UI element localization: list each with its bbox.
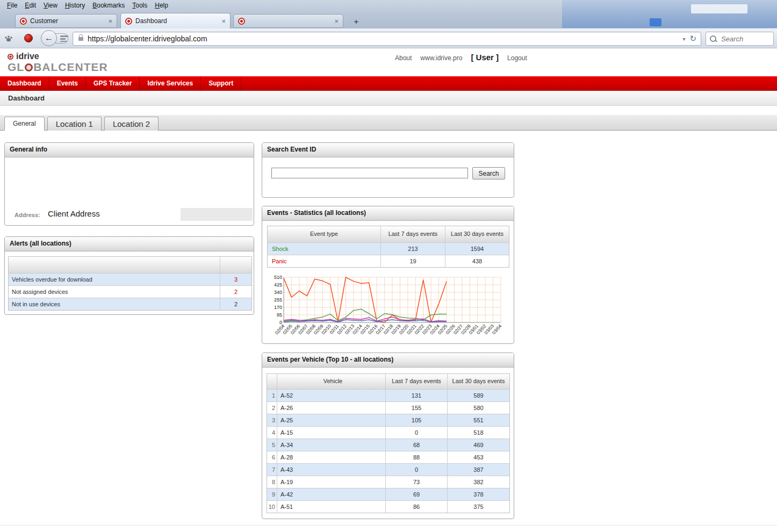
alerts-table: Vehicles overdue for download3Not assign… [8,256,252,311]
tab-close-icon[interactable]: × [108,18,112,25]
nav-gps-tracker[interactable]: GPS Tracker [86,76,140,91]
tab-close-icon[interactable]: × [221,18,226,25]
alert-label: Vehicles overdue for download [9,273,220,285]
vehicle-last7: 0 [385,463,447,476]
reload-icon[interactable]: ↻ [689,34,697,44]
alert-row-not-in-use-devices[interactable]: Not in use devices2 [9,298,251,310]
menu-file[interactable]: File [3,1,21,10]
vehicle-rank: 9 [267,488,277,500]
nav-idrive-services[interactable]: Idrive Services [140,76,201,91]
vehicle-last30: 551 [447,414,509,426]
alert-row-not-assigned-devices[interactable]: Not assigned devices2 [9,285,251,298]
event-id-input[interactable] [271,168,468,178]
vehicle-header-row: VehicleLast 7 days eventsLast 30 days ev… [267,374,509,389]
vehicle-last30: 589 [447,389,509,401]
tab-general[interactable]: General [4,117,45,131]
alert-value: 2 [220,285,251,298]
browser-tab-customer[interactable]: Customer× [15,14,117,28]
vehicle-last7: 155 [385,401,447,414]
events-per-vehicle-panel: Events per Vehicle (Top 10 - all locatio… [262,353,514,519]
events-per-vehicle-table: VehicleLast 7 days eventsLast 30 days ev… [267,373,510,513]
browser-tab-dashboard[interactable]: Dashboard× [120,13,231,28]
vehicle-row-a-15: 4A-150518 [267,426,509,438]
events-chart-svg: 08517025534042551002/0402/0502/0602/0702… [270,274,504,342]
stats-header-last30: Last 30 days events [445,226,509,242]
brand-target-icon [8,54,13,60]
site-logo[interactable]: idrive GLBALCENTER [8,52,108,73]
vehicle-row-a-52: 1A-52131589 [267,389,509,401]
vehicle-last7: 73 [385,476,447,488]
browser-tab-blank[interactable]: × [233,14,343,28]
breadcrumb: Dashboard [0,91,777,106]
paw-extension-icon[interactable] [4,34,13,44]
vehicle-rank: 10 [267,500,277,513]
browser-menubar: FileEditViewHistoryBookmarksToolsHelp [0,0,777,11]
address-row: Address: Client Address [10,208,254,221]
address-field-background [181,208,253,221]
alert-row-vehicles-overdue-for-download[interactable]: Vehicles overdue for download3 [9,273,251,285]
browser-search-bar[interactable] [706,32,774,46]
menu-edit[interactable]: Edit [21,1,40,10]
menu-history[interactable]: History [61,1,89,10]
menu-bookmarks[interactable]: Bookmarks [89,1,128,10]
vehicle-name: A-51 [277,500,385,513]
vehicle-header-last7: Last 7 days events [385,374,447,389]
tab-location-2[interactable]: Location 2 [104,117,159,131]
location-tabstrip: GeneralLocation 1Location 2 [0,115,777,131]
header-link-logout[interactable]: Logout [507,54,527,62]
address-value: Client Address [48,209,100,218]
menu-view[interactable]: View [40,1,61,10]
menu-help[interactable]: Help [151,1,172,10]
vehicle-last7: 86 [385,500,447,513]
vehicle-last30: 580 [447,401,509,414]
alerts-header-value [220,257,251,273]
vehicle-header-rank [267,374,277,389]
stats-row-panic: Panic19438 [268,255,509,267]
tab-close-icon[interactable]: × [334,18,339,25]
vehicle-name: A-34 [277,438,385,451]
tab-location-1[interactable]: Location 1 [47,117,102,131]
vehicle-rank: 6 [267,451,277,463]
red-dot-extension-icon[interactable] [24,34,33,42]
svg-text:255: 255 [274,297,282,303]
url-bar[interactable]: https://globalcenter.idriveglobal.com ▾ … [73,32,701,46]
alerts-title: Alerts (all locations) [5,237,254,251]
new-tab-button[interactable]: + [350,17,362,26]
alert-value: 3 [220,273,251,285]
vehicle-rank: 1 [267,389,277,401]
event-search-button[interactable]: Search [472,167,505,179]
nav-support[interactable]: Support [201,76,241,91]
stats-last7-value: 19 [380,255,445,267]
brand-gl: GL [8,61,24,73]
nav-dashboard[interactable]: Dashboard [0,76,49,91]
vehicle-last7: 68 [385,438,447,451]
vehicle-row-a-25: 3A-25105551 [267,414,509,426]
search-icon [710,35,716,42]
svg-text:170: 170 [274,305,282,310]
alert-value: 2 [220,298,251,310]
url-dropdown-icon[interactable]: ▾ [682,36,685,42]
browser-tab-title: Customer [30,17,105,25]
stats-last30-value: 438 [445,255,509,267]
back-button[interactable]: ← [41,30,57,46]
stats-event-type: Panic [268,255,380,267]
header-link-www-idrive-pro[interactable]: www.idrive.pro [420,54,462,62]
nav-events[interactable]: Events [49,76,86,91]
url-text[interactable]: https://globalcenter.idriveglobal.com [88,34,678,43]
browser-search-input[interactable] [720,34,765,44]
vehicle-rank: 3 [267,414,277,426]
header-links: Aboutwww.idrive.pro[ User ]Logout [395,53,527,62]
stats-last7-value: 213 [380,242,445,255]
header-link-about[interactable]: About [395,54,412,62]
brand-name: idrive [16,52,39,61]
brand-globe-icon [25,63,33,71]
vehicle-last7: 0 [385,426,447,438]
vehicle-name: A-26 [277,401,385,414]
vehicle-name: A-43 [277,463,385,476]
vehicle-name: A-42 [277,488,385,500]
toolbar-tiles-icon[interactable] [60,34,68,44]
menu-tools[interactable]: Tools [128,1,151,10]
brand-centerline: GLBALCENTER [8,62,108,73]
general-info-panel: General info Address: Client Address [4,142,254,226]
header-link-user[interactable]: [ User ] [471,53,499,62]
